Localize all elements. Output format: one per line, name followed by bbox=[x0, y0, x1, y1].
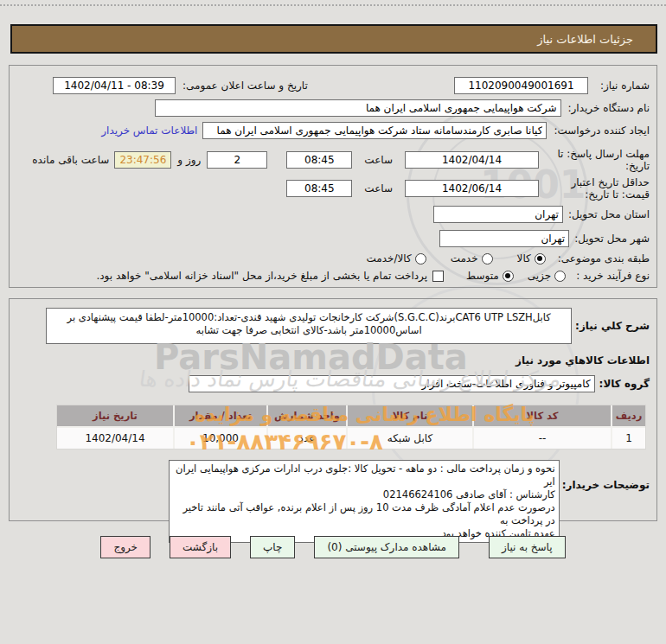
treasury-note: پرداخت تمام یا بخشی از مبلغ خرید،از محل … bbox=[96, 270, 427, 282]
top-dotted-divider bbox=[0, 4, 666, 6]
goods-panel: شرح کلي نیاز: کابلCAT6 UTP LSZHبرند(S.G.… bbox=[9, 298, 657, 521]
classification-label: طبقه بندی موضوعی: bbox=[558, 252, 650, 265]
col-need-date: تاریخ نیاز bbox=[57, 405, 173, 426]
exit-button[interactable]: خروج bbox=[100, 536, 150, 558]
buyer-notes-line: نحوه و زمان پرداخت مالی : دو ماهه - تحوی… bbox=[173, 462, 555, 488]
price-validity-label: حداقل تاریخ اعتبار قیمت: تا تاریخ: bbox=[544, 176, 650, 201]
page-title-bar: جزئیات اطلاعات نیاز bbox=[10, 24, 657, 54]
buyer-notes-box: نحوه و زمان پرداخت مالی : دو ماهه - تحوی… bbox=[169, 460, 560, 543]
announce-datetime-label: تاریخ و ساعت اعلان عمومی: bbox=[183, 80, 308, 92]
col-count-unit: واحد شمارش bbox=[268, 405, 346, 426]
process-type-label: نوع فرآیند خرید : bbox=[576, 270, 650, 282]
buyer-notes-label: توضیحات خریدار: bbox=[562, 479, 650, 491]
radio-goods-label: کالا bbox=[517, 252, 531, 265]
cell-need-date: 1402/04/14 bbox=[57, 428, 173, 449]
remaining-hours-label: ساعت باقی مانده bbox=[32, 154, 109, 166]
radio-service-label: خدمت bbox=[451, 252, 478, 265]
need-info-panel: شماره نیاز: تاریخ و ساعت اعلان عمومی: نا… bbox=[9, 65, 657, 288]
radio-partial[interactable] bbox=[554, 271, 566, 282]
goods-group-field[interactable] bbox=[189, 375, 595, 392]
remaining-days-field[interactable] bbox=[207, 151, 267, 169]
request-creator-label: ایجاد کننده درخواست: bbox=[554, 124, 650, 137]
reply-deadline-date-field[interactable] bbox=[405, 151, 539, 169]
goods-table: ردیف کد کالا نام کالا واحد شمارش تعداد /… bbox=[56, 405, 646, 450]
deadline-hour-label: ساعت bbox=[364, 154, 393, 166]
cell-count-unit: عدد bbox=[268, 428, 346, 449]
cell-goods-code: -- bbox=[474, 428, 611, 449]
remaining-time-field[interactable] bbox=[114, 151, 171, 169]
radio-goods[interactable] bbox=[535, 253, 546, 265]
radio-goods-service[interactable] bbox=[415, 253, 426, 265]
goods-group-label: گروه کالا: bbox=[599, 378, 650, 390]
radio-medium-label: متوسط bbox=[466, 270, 499, 282]
days-and-label: روز و bbox=[177, 154, 201, 166]
cell-row-number: 1 bbox=[612, 428, 645, 449]
cell-goods-name: کابل شبکه bbox=[348, 428, 472, 449]
buyer-contact-link[interactable]: اطلاعات تماس خریدار bbox=[101, 124, 197, 137]
radio-medium[interactable] bbox=[503, 271, 514, 282]
radio-partial-label: جزیی bbox=[528, 270, 551, 282]
delivery-province-label: استان محل تحویل: bbox=[568, 208, 650, 220]
buyer-notes-line: درصورت عدم اعلام آمادگی ظرف مدت 10 روز پ… bbox=[173, 501, 555, 527]
reply-deadline-time-field[interactable] bbox=[286, 151, 352, 169]
validity-hour-label: ساعت bbox=[364, 182, 393, 194]
price-validity-time-field[interactable] bbox=[286, 180, 352, 197]
reply-to-need-button[interactable]: پاسخ به نیاز bbox=[489, 536, 566, 558]
need-number-label: شماره نیاز: bbox=[600, 80, 650, 92]
reply-deadline-label: مهلت ارسال پاسخ: تا تاریخ: bbox=[544, 148, 650, 172]
goods-section-title: اطلاعات کالاهاي مورد نیاز bbox=[516, 354, 650, 367]
col-row-number: ردیف bbox=[612, 405, 645, 426]
radio-service[interactable] bbox=[482, 253, 493, 265]
need-desc-label: شرح کلي نیاز: bbox=[575, 320, 650, 332]
col-goods-code: کد کالا bbox=[474, 405, 611, 426]
delivery-city-field[interactable] bbox=[439, 230, 569, 247]
print-button[interactable]: چاپ bbox=[250, 536, 295, 558]
need-number-field[interactable] bbox=[454, 77, 588, 94]
request-creator-field[interactable] bbox=[202, 122, 547, 139]
col-goods-name: نام کالا bbox=[348, 405, 472, 426]
col-quantity: تعداد / مقدار bbox=[175, 405, 266, 426]
treasury-checkbox[interactable] bbox=[432, 271, 444, 282]
announce-datetime-field[interactable] bbox=[53, 77, 176, 94]
cell-quantity: 10,000 bbox=[175, 428, 266, 449]
radio-goods-service-label: کالا/خدمت bbox=[366, 252, 411, 265]
back-button[interactable]: بازگشت bbox=[170, 536, 231, 558]
buyer-notes-line: کارشناس : آقای صادقی 02146624106 bbox=[173, 488, 555, 501]
action-buttons: پاسخ به نیاز مشاهده مدارک پیوستی (0) چاپ… bbox=[0, 536, 666, 558]
buyer-org-label: نام دستگاه خریدار: bbox=[568, 102, 650, 114]
price-validity-date-field[interactable] bbox=[405, 180, 539, 197]
view-attachments-button[interactable]: مشاهده مدارک پیوستی (0) bbox=[314, 536, 459, 558]
need-desc-box: کابلCAT6 UTP LSZHبرند(S.G.C.C)شرکت کارخا… bbox=[46, 308, 572, 344]
delivery-city-label: شهر محل تحویل: bbox=[574, 233, 650, 245]
delivery-province-field[interactable] bbox=[433, 206, 563, 223]
page-title: جزئیات اطلاعات نیاز bbox=[537, 33, 633, 46]
buyer-org-field[interactable] bbox=[155, 99, 561, 117]
